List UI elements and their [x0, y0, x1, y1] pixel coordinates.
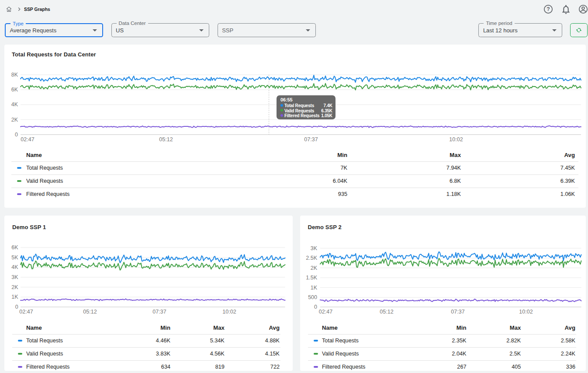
svg-text:2K: 2K: [310, 265, 317, 271]
svg-text:?: ?: [546, 6, 550, 12]
svg-text:2.5K: 2.5K: [306, 255, 317, 261]
svg-text:2K: 2K: [11, 284, 18, 290]
svg-text:02:47: 02:47: [21, 136, 34, 143]
svg-text:3K: 3K: [310, 245, 317, 251]
svg-text:4K: 4K: [11, 101, 18, 108]
svg-text:0: 0: [15, 132, 18, 138]
svg-text:02:47: 02:47: [19, 309, 33, 315]
svg-text:1K: 1K: [11, 294, 18, 300]
svg-text:2K: 2K: [11, 117, 18, 123]
svg-text:05:12: 05:12: [380, 309, 393, 315]
svg-text:10:02: 10:02: [519, 309, 533, 315]
svg-text:1.5K: 1.5K: [306, 275, 317, 281]
svg-text:500: 500: [308, 294, 317, 300]
svg-text:07:37: 07:37: [304, 136, 318, 143]
svg-text:8K: 8K: [11, 72, 18, 78]
svg-text:1K: 1K: [310, 285, 317, 291]
svg-text:07:37: 07:37: [152, 309, 166, 315]
svg-text:6K: 6K: [11, 244, 18, 251]
svg-text:05:12: 05:12: [159, 136, 173, 143]
svg-text:6K: 6K: [11, 87, 18, 93]
svg-text:05:12: 05:12: [83, 309, 97, 315]
svg-text:0: 0: [314, 304, 317, 310]
svg-text:02:47: 02:47: [318, 309, 332, 315]
svg-text:5K: 5K: [11, 254, 18, 261]
svg-text:4K: 4K: [11, 264, 18, 270]
svg-text:10:02: 10:02: [449, 136, 463, 143]
svg-text:0: 0: [15, 304, 18, 310]
svg-text:3K: 3K: [11, 274, 18, 280]
svg-text:07:37: 07:37: [451, 309, 464, 315]
svg-text:10:02: 10:02: [222, 309, 236, 315]
